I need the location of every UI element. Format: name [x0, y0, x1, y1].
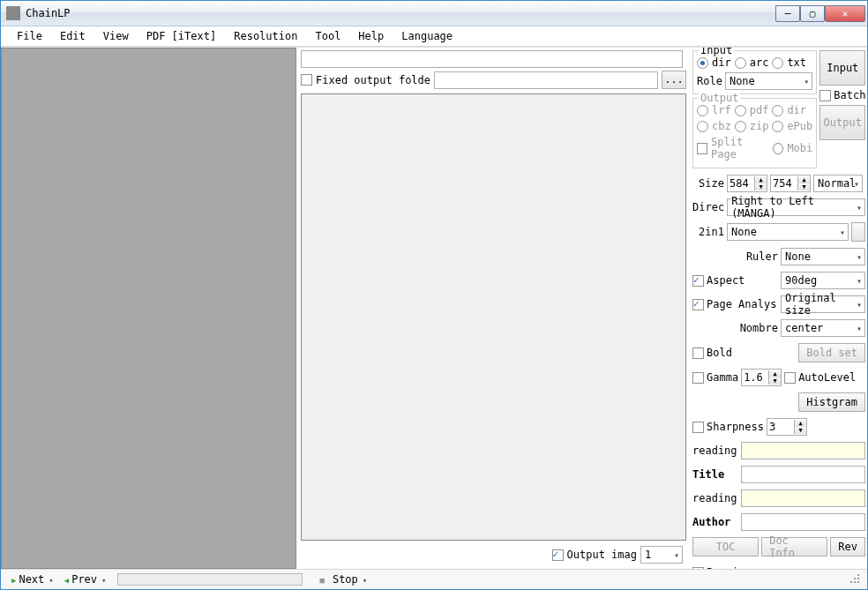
- output-imag-combo[interactable]: 1: [640, 546, 683, 564]
- radio-arc[interactable]: [735, 57, 746, 69]
- maximize-button[interactable]: ▢: [800, 5, 825, 22]
- menu-resolution[interactable]: Resolution: [227, 28, 304, 44]
- menu-pdf[interactable]: PDF [iText]: [139, 28, 223, 44]
- menu-edit[interactable]: Edit: [53, 28, 93, 44]
- prev-icon: [64, 573, 69, 586]
- batch-check[interactable]: [819, 90, 831, 101]
- gamma-check[interactable]: [692, 372, 704, 384]
- gamma-spin[interactable]: ▲▼: [741, 369, 782, 386]
- size-h-spin[interactable]: ▲▼: [770, 175, 811, 192]
- output-group: Output lrf pdf dir cbz zip ePub Split: [692, 98, 817, 168]
- page-analysis-combo[interactable]: Original size: [781, 295, 865, 313]
- file-list[interactable]: [301, 93, 686, 541]
- author-input[interactable]: [741, 513, 865, 531]
- path-input[interactable]: [301, 50, 683, 68]
- radio-txt[interactable]: [772, 57, 783, 69]
- toc-button[interactable]: TOC: [692, 537, 759, 556]
- output-button[interactable]: Output: [819, 105, 865, 140]
- twoin1-combo[interactable]: None: [727, 223, 849, 241]
- center-panel: Fixed output folde ... Output imag 1: [296, 48, 689, 569]
- preview-check[interactable]: [692, 567, 704, 570]
- twoin1-extra-button[interactable]: [851, 222, 865, 242]
- radio-zip: [735, 121, 746, 132]
- menu-language[interactable]: Language: [394, 28, 460, 44]
- preview-pane: [1, 48, 296, 569]
- window-title: ChainLP: [26, 7, 775, 19]
- title-input[interactable]: [741, 466, 865, 483]
- sharpness-check[interactable]: [692, 422, 704, 433]
- nombre-combo[interactable]: center: [781, 319, 865, 337]
- radio-dir[interactable]: [697, 57, 708, 69]
- fixed-output-check[interactable]: [301, 74, 312, 86]
- aspect-check[interactable]: [692, 275, 704, 287]
- histogram-button[interactable]: Histgram: [798, 392, 865, 412]
- progress-bar: [117, 573, 303, 586]
- minimize-button[interactable]: ─: [775, 5, 800, 22]
- output-imag-check[interactable]: [552, 549, 564, 561]
- radio-cbz: [697, 121, 708, 132]
- radio-pdf: [735, 105, 746, 116]
- close-button[interactable]: ✕: [825, 5, 865, 22]
- browse-button[interactable]: ...: [662, 71, 686, 89]
- menu-bar: File Edit View PDF [iText] Resolution To…: [1, 26, 867, 47]
- reading2-input[interactable]: [741, 489, 865, 507]
- stop-button[interactable]: Stop: [327, 571, 372, 587]
- direction-combo[interactable]: Right to Left (MANGA): [727, 198, 865, 216]
- split-page-check: [697, 143, 707, 154]
- aspect-combo[interactable]: 90deg: [781, 272, 865, 289]
- input-button[interactable]: Input: [819, 50, 865, 86]
- stop-icon: [320, 573, 325, 586]
- app-window: ChainLP ─ ▢ ✕ File Edit View PDF [iText]…: [0, 0, 868, 590]
- fixed-output-label: Fixed output folde: [316, 74, 430, 86]
- radio-outdir: [772, 105, 783, 116]
- sharpness-spin[interactable]: ▲▼: [767, 418, 807, 436]
- bold-set-button[interactable]: Bold set: [798, 343, 865, 362]
- docinfo-button[interactable]: Doc Info: [761, 537, 827, 556]
- bold-check[interactable]: [692, 347, 704, 359]
- autolevel-check[interactable]: [784, 372, 796, 384]
- reading1-input[interactable]: [741, 442, 865, 459]
- role-combo[interactable]: None: [725, 72, 812, 90]
- menu-view[interactable]: View: [96, 28, 136, 44]
- app-icon: [6, 6, 20, 20]
- radio-mobi: [773, 143, 783, 154]
- menu-help[interactable]: Help: [351, 28, 391, 44]
- rev-button[interactable]: Rev: [830, 537, 865, 556]
- next-button[interactable]: Next: [6, 571, 59, 587]
- size-mode-combo[interactable]: Normal: [813, 175, 863, 192]
- next-icon: [11, 573, 16, 586]
- menu-file[interactable]: File: [10, 28, 49, 44]
- radio-lrf: [697, 105, 708, 116]
- resize-grip[interactable]: [849, 573, 862, 586]
- input-group: Input dir arc txt Role None: [692, 50, 817, 94]
- menu-tool[interactable]: Tool: [308, 28, 348, 44]
- prev-button[interactable]: Prev: [59, 571, 112, 587]
- page-analysis-check[interactable]: [692, 299, 704, 310]
- output-imag-label: Output imag: [567, 549, 637, 561]
- radio-epub: [772, 121, 783, 132]
- fixed-output-input[interactable]: [434, 71, 658, 89]
- settings-panel: Input dir arc txt Role None Output: [689, 48, 867, 569]
- size-w-spin[interactable]: ▲▼: [727, 175, 767, 192]
- title-bar[interactable]: ChainLP ─ ▢ ✕: [1, 1, 867, 26]
- ruler-combo[interactable]: None: [781, 248, 865, 265]
- status-bar: Next Prev Stop: [1, 569, 867, 589]
